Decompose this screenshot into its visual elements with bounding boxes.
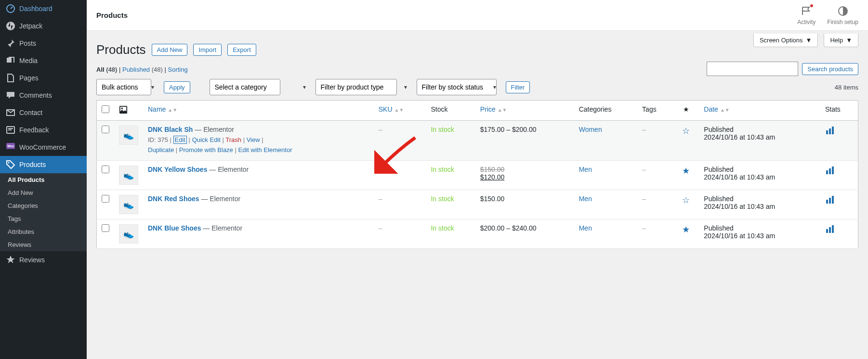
stock-status: In stock	[431, 195, 454, 203]
row-id: ID: 375	[148, 136, 168, 143]
sidebar-item-products[interactable]: Products	[0, 156, 87, 173]
bulk-actions-select[interactable]: Bulk actions	[96, 79, 151, 95]
stats-icon[interactable]	[825, 126, 835, 135]
sku-value: –	[379, 126, 382, 133]
tags-value: –	[642, 126, 646, 133]
svg-rect-17	[826, 200, 828, 204]
search-products-button[interactable]: Search products	[802, 63, 858, 75]
duplicate-link[interactable]: Duplicate	[148, 146, 174, 154]
submenu-categories[interactable]: Categories	[0, 199, 87, 212]
quick-edit-link[interactable]: Quick Edit	[192, 136, 221, 143]
col-stock: Stock	[431, 105, 447, 113]
sidebar-item-media[interactable]: Media	[0, 52, 87, 69]
featured-toggle[interactable]: ★	[682, 166, 690, 176]
row-checkbox[interactable]	[102, 195, 109, 203]
col-tags: Tags	[642, 105, 657, 113]
sidebar-item-posts[interactable]: Posts	[0, 35, 87, 52]
sidebar-item-feedback[interactable]: Feedback	[0, 121, 87, 139]
edit-link[interactable]: Edit	[173, 136, 187, 144]
featured-toggle[interactable]: ☆	[682, 126, 690, 136]
product-type-filter[interactable]: Filter by product type	[316, 79, 397, 95]
export-button[interactable]: Export	[227, 44, 256, 56]
sidebar-item-dashboard[interactable]: Dashboard	[0, 0, 87, 17]
stats-icon[interactable]	[825, 195, 835, 205]
help-button[interactable]: Help ▼	[824, 34, 858, 47]
category-link[interactable]: Men	[579, 224, 592, 232]
sidebar-item-comments[interactable]: Comments	[0, 87, 87, 104]
featured-toggle[interactable]: ★	[682, 225, 690, 234]
trash-link[interactable]: Trash	[225, 136, 241, 143]
stats-icon[interactable]	[825, 166, 835, 175]
featured-toggle[interactable]: ☆	[682, 195, 690, 205]
search-input[interactable]	[707, 62, 798, 76]
sidebar-item-woocommerce[interactable]: Woo WooCommerce	[0, 139, 87, 156]
svg-point-2	[8, 59, 9, 60]
date-value: 2024/10/16 at 10:43 am	[704, 203, 775, 210]
woo-icon: Woo	[6, 142, 15, 152]
svg-rect-22	[832, 225, 834, 233]
import-button[interactable]: Import	[193, 44, 222, 56]
product-thumbnail[interactable]: 👟	[119, 166, 138, 185]
product-thumbnail[interactable]: 👟	[119, 195, 138, 214]
category-link[interactable]: Men	[579, 195, 592, 203]
promote-blaze-link[interactable]: Promote with Blaze	[179, 146, 233, 154]
edit-elementor-link[interactable]: Edit with Elementor	[238, 146, 292, 154]
submenu-all-products[interactable]: All Products	[0, 173, 87, 186]
activity-button[interactable]: Activity	[797, 5, 815, 26]
elementor-suffix: — Elementor	[195, 126, 234, 133]
add-new-button[interactable]: Add New	[152, 44, 188, 56]
view-sorting[interactable]: Sorting	[168, 66, 187, 73]
col-stats: Stats	[825, 105, 841, 113]
submenu-reviews[interactable]: Reviews	[0, 238, 87, 251]
submenu-add-new[interactable]: Add New	[0, 186, 87, 199]
sidebar-item-pages[interactable]: Pages	[0, 69, 87, 87]
admin-sidebar: Dashboard Jetpack Posts Media Pages Comm…	[0, 0, 87, 359]
product-title-link[interactable]: DNK Red Shoes	[148, 195, 199, 203]
sidebar-label: Jetpack	[19, 22, 42, 30]
sidebar-label: Posts	[19, 39, 36, 47]
row-checkbox[interactable]	[102, 166, 109, 173]
stats-icon[interactable]	[825, 224, 835, 234]
pages-icon	[6, 73, 15, 83]
sku-value: –	[379, 224, 382, 232]
date-status: Published	[704, 195, 734, 203]
screen-options-button[interactable]: Screen Options ▼	[753, 34, 818, 47]
product-thumbnail[interactable]: 👟	[119, 224, 138, 244]
product-thumbnail[interactable]: 👟	[119, 126, 138, 145]
sidebar-item-jetpack[interactable]: Jetpack	[0, 17, 87, 35]
submenu-tags[interactable]: Tags	[0, 212, 87, 225]
category-link[interactable]: Men	[579, 166, 592, 173]
col-sku[interactable]: SKU▲▼	[379, 105, 404, 113]
product-title-link[interactable]: DNK Yellow Shoes	[148, 166, 207, 173]
finish-setup-button[interactable]: Finish setup	[827, 5, 858, 26]
sidebar-item-contact[interactable]: Contact	[0, 104, 87, 121]
view-link[interactable]: View	[247, 136, 260, 143]
row-checkbox[interactable]	[102, 126, 109, 133]
category-link[interactable]: Women	[579, 126, 602, 133]
row-checkbox[interactable]	[102, 224, 109, 232]
sidebar-label: WooCommerce	[19, 143, 66, 151]
svg-rect-13	[832, 127, 834, 134]
category-filter[interactable]: Select a category	[210, 79, 280, 95]
activity-icon	[801, 5, 812, 17]
product-title-link[interactable]: DNK Black Sh	[148, 126, 193, 133]
sidebar-item-reviews[interactable]: Reviews	[0, 251, 87, 269]
elementor-suffix: — Elementor	[203, 224, 242, 232]
submenu-attributes[interactable]: Attributes	[0, 225, 87, 238]
select-all-checkbox[interactable]	[102, 105, 109, 113]
date-status: Published	[704, 224, 734, 232]
col-date[interactable]: Date▲▼	[704, 105, 729, 113]
svg-rect-19	[832, 196, 834, 204]
col-name[interactable]: Name▲▼	[148, 105, 177, 113]
price-new: $120.00	[480, 173, 505, 181]
apply-button[interactable]: Apply	[164, 81, 190, 93]
view-published[interactable]: Published (48)	[122, 66, 163, 73]
envelope-icon	[6, 108, 15, 117]
filter-button[interactable]: Filter	[506, 81, 530, 93]
sidebar-label: Dashboard	[19, 5, 53, 13]
chevron-down-icon: ▼	[846, 37, 852, 44]
stock-status-filter[interactable]: Filter by stock status	[417, 79, 497, 95]
product-title-link[interactable]: DNK Blue Shoes	[148, 224, 201, 232]
col-price[interactable]: Price▲▼	[480, 105, 507, 113]
view-all[interactable]: All (48)	[96, 66, 117, 73]
